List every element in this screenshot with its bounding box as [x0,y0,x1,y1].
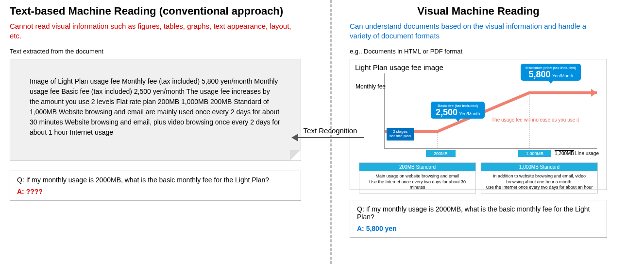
right-note: e.g., Documents in HTML or PDF format [350,48,607,55]
usage-increase-note: The usage fee will increase as you use i… [491,117,579,123]
extracted-text: Image of Light Plan usage fee Monthly fe… [30,77,280,136]
right-panel: Visual Machine Reading Can understand do… [345,0,617,264]
standard-1000: 1,000MB Standard In addition to website … [481,162,598,194]
divider: Text Recognition [316,0,345,264]
left-note: Text extracted from the document [10,48,301,55]
basic-price-bubble: Basic fee (tax included) 2,500 Yen/Month [431,102,485,119]
chart-area: Monthly fee Maximum price (tax included)… [384,73,597,149]
left-panel: Text-based Machine Reading (conventional… [0,0,316,264]
right-question: Q: If my monthly usage is 2000MB, what i… [357,205,600,221]
left-question: Q: If my monthly usage is 2000MB, what i… [17,176,294,184]
mb-tag-1000: 1,000MB [518,150,551,157]
standard-200: 200MB Standard Main usage on website bro… [359,162,476,194]
standards-row: 200MB Standard Main usage on website bro… [355,162,602,194]
left-subtitle: Cannot read visual information such as f… [10,21,301,40]
y-axis-label: Monthly fee [356,83,386,90]
left-title: Text-based Machine Reading (conventional… [10,5,301,18]
mb-tag-1200: 1,200MB [555,151,574,156]
right-qa-box: Q: If my monthly usage is 2000MB, what i… [350,200,607,238]
page-fold-icon [290,150,301,160]
extracted-text-box: Image of Light Plan usage fee Monthly fe… [10,59,301,161]
document-preview: Light Plan usage fee image Monthly fee M… [350,59,607,190]
stage-box: 2 stagesflat rate plan [387,128,414,141]
right-title: Visual Machine Reading [350,5,607,18]
left-qa-box: Q: If my monthly usage is 2000MB, what i… [10,171,301,201]
x-axis-label: Line usage [575,151,599,156]
left-answer: A: ???? [17,188,294,195]
svg-marker-0 [591,89,597,97]
right-subtitle: Can understand documents based on the vi… [350,21,607,40]
right-answer: A: 5,800 yen [357,225,600,232]
mb-tag-200: 200MB [426,150,456,157]
price-line-icon [385,73,597,148]
max-price-bubble: Maximum price (tax included) 5,800 Yen/M… [521,64,581,81]
